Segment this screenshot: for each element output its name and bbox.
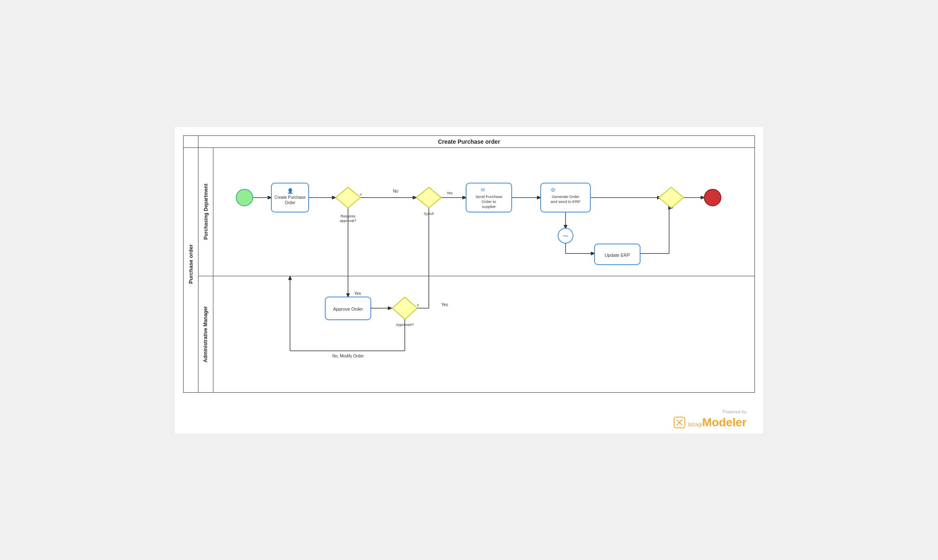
pool-title: Purchase order bbox=[188, 244, 194, 283]
send-po-icon: ✉ bbox=[481, 187, 485, 193]
generate-order-icon: ⚙ bbox=[551, 187, 556, 193]
approved-gw-x: ✕ bbox=[416, 303, 420, 307]
page-container: Create Purchase order Purchase order Pur… bbox=[175, 127, 763, 433]
brand-modeler: Modeler bbox=[702, 416, 747, 429]
start-event-shape bbox=[236, 189, 253, 206]
yes-upper-label: Yes bbox=[447, 191, 453, 195]
pool-title-bar: Purchase order bbox=[184, 136, 198, 392]
purchasing-svg: 👤 Create Purchase Order Requires approva… bbox=[213, 148, 754, 276]
lane-admin-content: Yes Approve Order ✕ Approved? bbox=[213, 276, 754, 392]
gw1-x-mark: ✕ bbox=[359, 193, 363, 197]
create-po-label-line2: Order bbox=[285, 200, 295, 205]
lane-purchasing-content: 👤 Create Purchase Order Requires approva… bbox=[213, 148, 754, 276]
requires-approval-gw-shape bbox=[336, 187, 360, 208]
create-po-label-line1: Create Purchase bbox=[274, 195, 305, 200]
no-label: No bbox=[393, 189, 399, 193]
lanes-container: Purchasing Department bbox=[198, 148, 754, 392]
lane-purchasing-title: Purchasing Department bbox=[203, 183, 209, 239]
yes-right-label: Yes bbox=[441, 302, 448, 307]
lane-purchasing: Purchasing Department bbox=[198, 148, 754, 276]
final-gw-shape bbox=[659, 187, 684, 208]
create-po-icon: 👤 bbox=[287, 188, 293, 194]
send-po-label3: supplier bbox=[482, 204, 496, 209]
branding: Powered by bizagiModeler bbox=[175, 401, 763, 433]
no-modify-label: No, Modify Order bbox=[332, 354, 364, 358]
requires-approval-label2: approval? bbox=[340, 219, 356, 223]
pool-header: Create Purchase order bbox=[184, 136, 754, 148]
lane-purchasing-title-bar: Purchasing Department bbox=[198, 148, 213, 276]
approved-gw-shape bbox=[392, 297, 417, 319]
requires-approval-label1: Requires bbox=[341, 214, 356, 218]
send-po-label1: Send Purchase bbox=[476, 194, 503, 199]
generate-order-label2: and send to ERP bbox=[551, 199, 580, 204]
end-event-shape bbox=[704, 189, 721, 206]
generate-order-label1: Generate Order bbox=[552, 194, 580, 199]
lane-admin-title-bar: Administrative Manager bbox=[198, 276, 213, 392]
send-po-label2: Order to bbox=[482, 199, 496, 204]
lane-admin-title: Administrative Manager bbox=[203, 306, 209, 362]
update-erp-label: Update ERP bbox=[604, 253, 630, 258]
pool: Create Purchase order Purchase order Pur… bbox=[183, 135, 755, 393]
intermediate-event-icon: 〜 bbox=[563, 233, 568, 239]
synch-gw-shape bbox=[416, 187, 441, 208]
admin-svg: Yes Approve Order ✕ Approved? bbox=[213, 276, 754, 384]
approve-order-label: Approve Order bbox=[333, 307, 363, 311]
brand-name: bizagiModeler bbox=[688, 416, 747, 429]
synch-label: Synch bbox=[423, 212, 434, 216]
diagram-wrapper: Create Purchase order Purchase order Pur… bbox=[175, 135, 763, 393]
powered-by-text: Powered by bbox=[175, 409, 747, 414]
lane-admin: Administrative Manager bbox=[198, 276, 754, 392]
branding-logo: bizagiModeler bbox=[175, 416, 747, 429]
bizagi-icon bbox=[673, 416, 686, 429]
yes-label: Yes bbox=[354, 291, 361, 296]
brand-prefix: bizagi bbox=[688, 421, 702, 427]
